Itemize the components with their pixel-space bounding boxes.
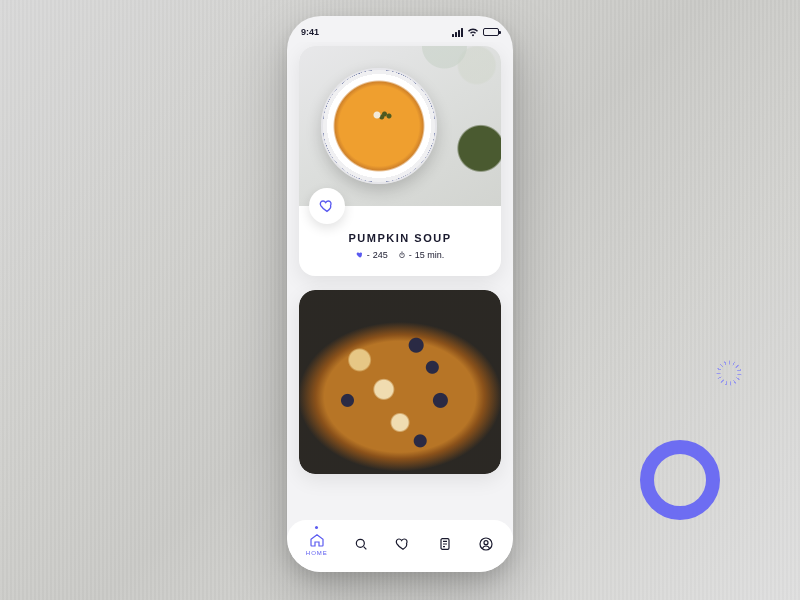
time-meta: - 15 min. bbox=[398, 250, 445, 260]
tab-favorites[interactable] bbox=[395, 536, 411, 552]
tab-home[interactable]: HOME bbox=[306, 532, 328, 556]
recipe-note-icon bbox=[437, 536, 453, 552]
time-prefix: - bbox=[409, 250, 412, 260]
search-icon bbox=[353, 536, 369, 552]
recipe-feed[interactable]: PUMPKIN SOUP - 245 - 15 min. bbox=[287, 42, 513, 520]
battery-icon bbox=[483, 28, 499, 36]
status-bar: 9:41 bbox=[287, 16, 513, 42]
decorative-ring bbox=[640, 440, 720, 520]
tab-home-label: HOME bbox=[306, 550, 328, 556]
heart-small-icon bbox=[356, 251, 364, 259]
recipe-image bbox=[299, 46, 501, 206]
recipe-meta: - 245 - 15 min. bbox=[313, 250, 487, 260]
tab-profile[interactable] bbox=[478, 536, 494, 552]
status-time: 9:41 bbox=[301, 27, 319, 37]
tab-search[interactable] bbox=[353, 536, 369, 552]
likes-count: 245 bbox=[373, 250, 388, 260]
tab-bar: HOME bbox=[287, 520, 513, 572]
french-toast-illustration bbox=[299, 290, 501, 474]
decorative-dotted-circle bbox=[716, 360, 742, 386]
recipe-card-french-toast[interactable] bbox=[299, 290, 501, 474]
favorite-button[interactable] bbox=[309, 188, 345, 224]
home-icon bbox=[309, 532, 325, 548]
soup-bowl-illustration bbox=[321, 68, 437, 184]
stopwatch-icon bbox=[398, 251, 406, 259]
time-value: 15 min. bbox=[415, 250, 445, 260]
svg-point-4 bbox=[484, 541, 488, 545]
recipe-title: PUMPKIN SOUP bbox=[313, 232, 487, 244]
heart-outline-icon bbox=[395, 536, 411, 552]
cellular-signal-icon bbox=[452, 28, 463, 37]
phone-frame: 9:41 PUMPKIN SOUP - 245 bbox=[287, 16, 513, 572]
svg-point-3 bbox=[480, 538, 492, 550]
heart-icon bbox=[319, 198, 335, 214]
likes-meta: - 245 bbox=[356, 250, 388, 260]
wifi-icon bbox=[467, 28, 479, 37]
recipe-card-pumpkin-soup[interactable]: PUMPKIN SOUP - 245 - 15 min. bbox=[299, 46, 501, 276]
status-indicators bbox=[452, 28, 499, 37]
recipe-image bbox=[299, 290, 501, 474]
likes-prefix: - bbox=[367, 250, 370, 260]
svg-point-1 bbox=[357, 539, 365, 547]
tab-recipes[interactable] bbox=[437, 536, 453, 552]
user-icon bbox=[478, 536, 494, 552]
